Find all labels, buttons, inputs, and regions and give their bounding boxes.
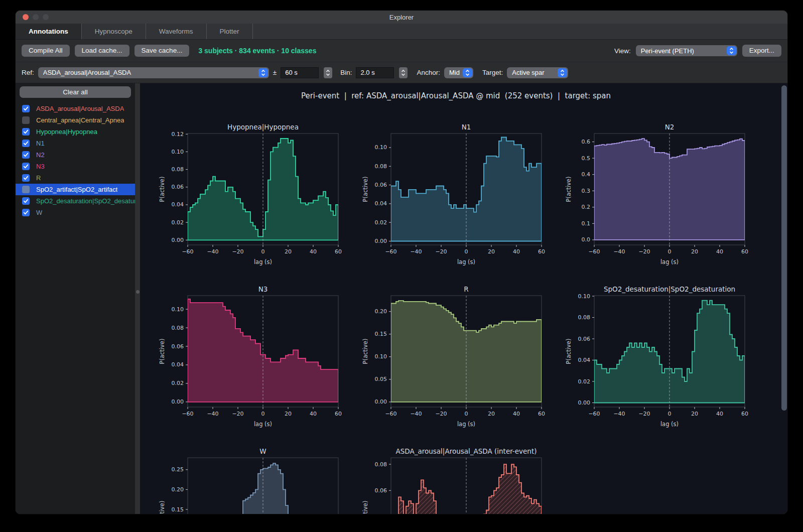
- svg-text:0.08: 0.08: [375, 163, 387, 170]
- window-seconds-input[interactable]: [281, 67, 319, 78]
- tab-hypnoscope[interactable]: Hypnoscope: [82, 24, 146, 39]
- chart-title: W: [259, 447, 266, 455]
- checkbox-checked-icon[interactable]: [22, 105, 30, 112]
- svg-text:0.08: 0.08: [172, 325, 184, 331]
- checkbox-checked-icon[interactable]: [22, 209, 30, 216]
- sidebar-item-w[interactable]: W: [16, 207, 135, 218]
- checkbox-checked-icon[interactable]: [22, 174, 30, 182]
- x-axis-label: lag (s): [457, 258, 475, 265]
- checkbox-unchecked-icon[interactable]: [22, 186, 30, 193]
- sidebar-item-n3[interactable]: N3: [16, 161, 135, 172]
- close-button[interactable]: [23, 14, 29, 20]
- y-axis-label: P(active): [565, 177, 572, 202]
- svg-text:−60: −60: [588, 411, 600, 417]
- svg-text:−60: −60: [385, 411, 396, 417]
- bin-seconds-input[interactable]: [356, 67, 394, 78]
- checkbox-checked-icon[interactable]: [22, 128, 30, 136]
- chart-title: ASDA_arousal|Arousal_ASDA (inter-event): [396, 447, 537, 456]
- checkbox-checked-icon[interactable]: [22, 151, 30, 159]
- step-area-fill: [188, 463, 338, 514]
- chart-title: R: [464, 285, 468, 293]
- ref-dropdown[interactable]: ASDA_arousal|Arousal_ASDA: [38, 67, 269, 78]
- zoom-button[interactable]: [43, 14, 49, 20]
- svg-text:0.04: 0.04: [375, 200, 387, 207]
- peth-chart-asda_inter: ASDA_arousal|Arousal_ASDA (inter-event)0…: [354, 444, 558, 514]
- bin-stepper[interactable]: [399, 67, 408, 78]
- svg-text:20: 20: [285, 248, 292, 255]
- sidebar-item-n1[interactable]: N1: [16, 138, 135, 149]
- checkbox-unchecked-icon[interactable]: [22, 116, 30, 124]
- svg-text:0: 0: [668, 248, 672, 255]
- compile-all-button[interactable]: Compile All: [22, 45, 70, 57]
- vertical-scrollbar-thumb[interactable]: [781, 85, 787, 411]
- sidebar-item-r[interactable]: R: [16, 172, 135, 184]
- svg-text:0.3: 0.3: [582, 188, 591, 194]
- svg-text:0.00: 0.00: [375, 238, 387, 244]
- svg-text:−20: −20: [435, 248, 447, 255]
- x-axis-label: lag (s): [254, 421, 272, 428]
- checkbox-checked-icon[interactable]: [22, 197, 30, 205]
- target-dropdown[interactable]: Active spar: [507, 67, 568, 78]
- svg-text:−40: −40: [207, 248, 218, 255]
- plus-minus-label: ±: [273, 69, 277, 76]
- sidebar-item-central_apnea[interactable]: Central_apnea|Central_Apnea: [16, 114, 135, 126]
- y-axis-label: P(active): [159, 339, 166, 364]
- svg-text:0.05: 0.05: [375, 376, 387, 382]
- dataset-status-text: 3 subjects · 834 events · 10 classes: [198, 47, 316, 55]
- tab-plotter[interactable]: Plotter: [207, 24, 253, 39]
- svg-text:0: 0: [465, 411, 468, 417]
- chart-title: N1: [462, 123, 471, 131]
- y-axis-label: P(active): [565, 339, 572, 364]
- svg-text:60: 60: [538, 248, 545, 255]
- sidebar-item-spo2_desaturation[interactable]: SpO2_desaturation|SpO2_desaturation: [16, 195, 135, 207]
- view-dropdown[interactable]: Peri-event (PETH): [636, 45, 737, 56]
- svg-text:0.00: 0.00: [172, 237, 184, 243]
- window-stepper[interactable]: [324, 67, 332, 78]
- svg-text:0.10: 0.10: [375, 353, 387, 360]
- peth-panel: Peri-event | ref: ASDA_arousal|Arousal_A…: [140, 83, 787, 514]
- window-title: Explorer: [16, 14, 787, 21]
- svg-text:0.06: 0.06: [375, 182, 387, 188]
- export-button[interactable]: Export...: [742, 45, 781, 57]
- sidebar-item-hypopnea[interactable]: Hypopnea|Hypopnea: [16, 126, 135, 138]
- svg-text:0: 0: [261, 248, 265, 255]
- svg-text:0.02: 0.02: [172, 380, 184, 386]
- class-label: SpO2_desaturation|SpO2_desaturation: [36, 197, 135, 205]
- checkbox-checked-icon[interactable]: [22, 163, 30, 170]
- svg-text:0.1: 0.1: [582, 220, 591, 227]
- save-cache-button[interactable]: Save cache...: [135, 45, 190, 57]
- svg-text:20: 20: [691, 411, 698, 417]
- y-axis-label: P(active): [362, 177, 369, 202]
- sidebar-item-n2[interactable]: N2: [16, 149, 135, 161]
- sidebar-item-spo2_artifact[interactable]: SpO2_artifact|SpO2_artifact: [16, 184, 135, 195]
- svg-text:0.15: 0.15: [172, 506, 184, 513]
- tab-annotations[interactable]: Annotations: [16, 24, 82, 39]
- class-label: R: [36, 174, 41, 182]
- svg-text:0.02: 0.02: [578, 378, 591, 385]
- minimize-button[interactable]: [33, 14, 39, 20]
- class-label: ASDA_arousal|Arousal_ASDA: [36, 105, 124, 112]
- sidebar-splitter[interactable]: [135, 83, 140, 514]
- svg-text:0.25: 0.25: [172, 466, 184, 473]
- tab-waveforms[interactable]: Waveforms: [146, 24, 207, 39]
- chevron-up-down-icon: [463, 68, 472, 77]
- svg-text:0.12: 0.12: [172, 131, 184, 138]
- target-label: Target:: [482, 69, 503, 76]
- x-axis-label: lag (s): [457, 421, 475, 428]
- chart-n3-svg: N30.000.020.040.060.080.10−60−40−2002040…: [151, 282, 354, 444]
- svg-text:0.10: 0.10: [172, 149, 184, 155]
- svg-text:−40: −40: [410, 411, 422, 417]
- svg-text:−40: −40: [613, 411, 625, 417]
- y-axis-label: P(active): [362, 501, 369, 514]
- toolbar-ref: Ref: ASDA_arousal|Arousal_ASDA ± Bin: An…: [16, 62, 787, 83]
- svg-text:60: 60: [335, 248, 342, 255]
- checkbox-checked-icon[interactable]: [22, 140, 30, 147]
- svg-text:0.5: 0.5: [582, 155, 591, 162]
- sidebar-item-asda_arousal[interactable]: ASDA_arousal|Arousal_ASDA: [16, 103, 135, 114]
- clear-all-button[interactable]: Clear all: [20, 86, 131, 98]
- svg-text:0.6: 0.6: [582, 139, 591, 145]
- anchor-dropdown[interactable]: Mid: [444, 67, 473, 78]
- svg-text:60: 60: [741, 411, 748, 417]
- load-cache-button[interactable]: Load cache...: [75, 45, 129, 57]
- svg-text:40: 40: [513, 411, 520, 417]
